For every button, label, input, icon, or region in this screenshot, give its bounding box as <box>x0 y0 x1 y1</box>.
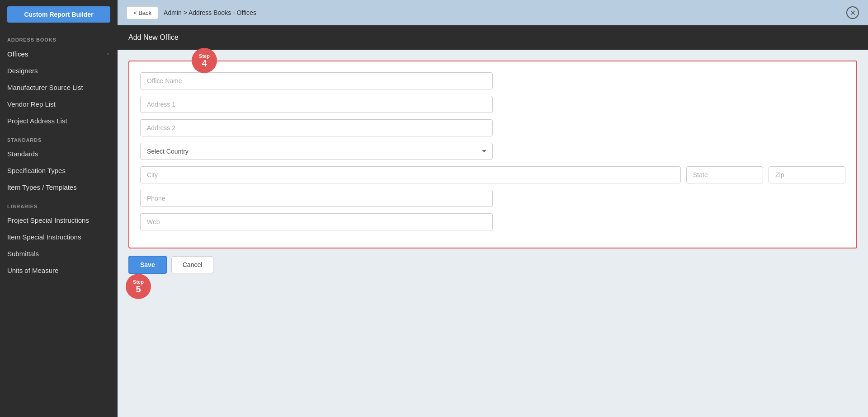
sidebar-item-item-types-templates[interactable]: Item Types / Templates <box>0 179 118 196</box>
sidebar-item-project-special-label: Project Special Instructions <box>7 216 89 224</box>
sidebar-item-manufacturer-source-list[interactable]: Manufacturer Source List <box>0 79 118 96</box>
main-panel: < Back Admin > Address Books - Offices ✕… <box>118 0 868 417</box>
country-select[interactable]: Select Country United States Canada Unit… <box>140 143 493 160</box>
close-icon: ✕ <box>850 9 856 17</box>
address-books-section-label: ADDRESS BOOKS <box>0 29 118 45</box>
step5-number: 5 <box>136 285 141 294</box>
web-input[interactable] <box>140 213 493 230</box>
sidebar-item-submittals-label: Submittals <box>7 250 39 258</box>
sidebar-item-designers-label: Designers <box>7 67 38 75</box>
sidebar-item-standards[interactable]: Standards <box>0 145 118 162</box>
sidebar-item-project-special[interactable]: Project Special Instructions <box>0 212 118 229</box>
sidebar-item-standards-label: Standards <box>7 150 38 158</box>
phone-input[interactable] <box>140 190 493 207</box>
sidebar-item-offices-label: Offices <box>7 50 28 58</box>
country-row: Select Country United States Canada Unit… <box>140 143 845 160</box>
sidebar-item-specification-label: Specification Types <box>7 167 66 174</box>
step5-bubble: Step 5 <box>126 274 151 299</box>
office-name-row <box>140 72 845 89</box>
topbar: < Back Admin > Address Books - Offices ✕ <box>118 0 868 25</box>
sidebar-item-designers[interactable]: Designers <box>0 62 118 79</box>
standards-section-label: STANDARDS <box>0 129 118 145</box>
libraries-section-label: LIBRARIES <box>0 196 118 212</box>
state-input[interactable] <box>686 166 763 183</box>
sidebar-item-units-label: Units of Measure <box>7 267 58 274</box>
custom-report-button[interactable]: Custom Report Builder <box>7 6 110 23</box>
sidebar-item-item-special-label: Item Special Instructions <box>7 233 81 241</box>
section-title: Add New Office <box>128 33 179 41</box>
address1-row <box>140 96 845 113</box>
sidebar-item-vendor-label: Vendor Rep List <box>7 100 56 108</box>
sidebar-header: Custom Report Builder <box>0 0 118 29</box>
breadcrumb: Admin > Address Books - Offices <box>164 9 256 16</box>
sidebar-item-specification-types[interactable]: Specification Types <box>0 162 118 179</box>
section-header: Add New Office <box>118 25 868 50</box>
address2-row <box>140 119 845 136</box>
web-row <box>140 213 845 230</box>
sidebar-item-item-special[interactable]: Item Special Instructions <box>0 229 118 245</box>
sidebar-item-item-types-label: Item Types / Templates <box>7 183 77 191</box>
sidebar: Custom Report Builder ADDRESS BOOKS Offi… <box>0 0 118 417</box>
sidebar-item-vendor-rep-list[interactable]: Vendor Rep List <box>0 96 118 112</box>
sidebar-item-offices[interactable]: Offices → <box>0 45 118 62</box>
address1-input[interactable] <box>140 96 493 113</box>
sidebar-item-submittals[interactable]: Submittals <box>0 245 118 262</box>
arrow-icon: → <box>103 50 110 58</box>
phone-row <box>140 190 845 207</box>
address2-input[interactable] <box>140 119 493 136</box>
sidebar-item-units-of-measure[interactable]: Units of Measure <box>0 262 118 279</box>
page-content: Add New Office Step 4 <box>118 25 868 417</box>
save-button[interactable]: Save <box>128 256 167 274</box>
city-state-zip-row <box>140 166 845 183</box>
zip-input[interactable] <box>769 166 845 183</box>
cancel-button[interactable]: Cancel <box>171 256 214 273</box>
close-button[interactable]: ✕ <box>846 6 859 19</box>
sidebar-item-manufacturer-label: Manufacturer Source List <box>7 84 83 91</box>
step4-number: 4 <box>202 59 207 68</box>
back-button[interactable]: < Back <box>127 6 158 19</box>
sidebar-item-project-address-label: Project Address List <box>7 117 67 125</box>
topbar-left: < Back Admin > Address Books - Offices <box>127 6 256 19</box>
form-container: Select Country United States Canada Unit… <box>128 61 857 248</box>
sidebar-item-project-address-list[interactable]: Project Address List <box>0 112 118 129</box>
office-name-input[interactable] <box>140 72 493 89</box>
city-input[interactable] <box>140 166 681 183</box>
step4-bubble: Step 4 <box>192 48 217 73</box>
